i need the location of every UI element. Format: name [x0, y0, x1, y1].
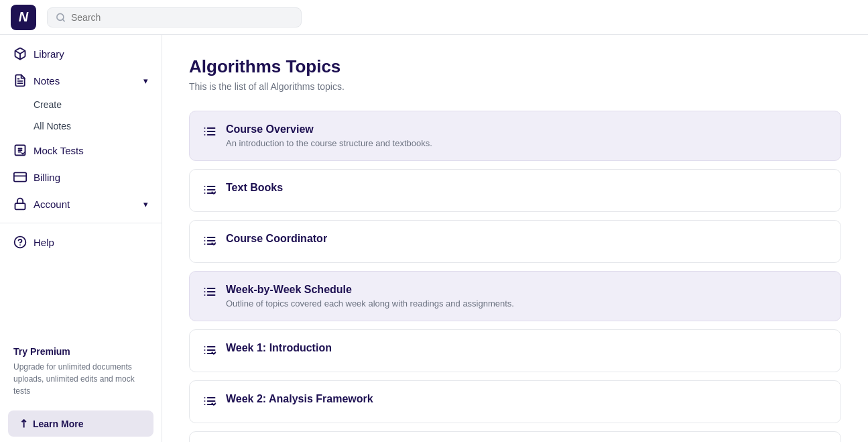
topic-title: Week-by-Week Schedule	[226, 284, 827, 296]
sidebar: Library Notes ▾ Create All Notes M	[0, 35, 162, 442]
sidebar-label-help: Help	[34, 237, 54, 248]
topic-title: Course Coordinator	[226, 233, 827, 245]
sidebar-label-mock-tests: Mock Tests	[34, 145, 84, 156]
search-icon	[56, 12, 66, 23]
topbar: N	[0, 0, 868, 35]
topic-item-week3[interactable]: Week 3: Recursive Algorithms	[189, 431, 841, 442]
topic-icon-list	[203, 285, 216, 301]
sidebar-label-notes: Notes	[34, 75, 60, 87]
main-layout: Library Notes ▾ Create All Notes M	[0, 35, 868, 442]
arrow-icon: ↗	[15, 416, 31, 431]
sidebar-sub-all-notes[interactable]: All Notes	[0, 115, 162, 137]
account-chevron-icon: ▾	[143, 199, 148, 209]
topic-title: Text Books	[226, 182, 827, 194]
topic-content: Course Coordinator	[226, 233, 827, 245]
topic-item-week2[interactable]: Week 2: Analysis Framework	[189, 380, 841, 423]
sidebar-item-notes[interactable]: Notes ▾	[0, 67, 162, 94]
billing-icon	[13, 170, 27, 184]
learn-more-label: Learn More	[33, 419, 83, 429]
topic-icon-doc-arrow	[203, 394, 216, 410]
topic-content: Text Books	[226, 182, 827, 194]
notes-icon	[13, 74, 27, 87]
topic-title: Week 2: Analysis Framework	[226, 393, 827, 405]
sidebar-item-mock-tests[interactable]: Mock Tests	[0, 137, 162, 164]
topic-icon-doc-arrow	[203, 234, 216, 250]
topic-content: Week 1: Introduction	[226, 342, 827, 354]
mock-tests-icon	[13, 144, 27, 157]
topic-icon-doc-arrow	[203, 343, 216, 360]
sidebar-sub-create[interactable]: Create	[0, 94, 162, 115]
account-icon	[13, 197, 27, 211]
page-subtitle: This is the list of all Algorithms topic…	[189, 81, 841, 92]
topics-list: Course Overview An introduction to the c…	[189, 111, 841, 442]
topic-desc: Outline of topics covered each week alon…	[226, 298, 827, 309]
topic-item-week1[interactable]: Week 1: Introduction	[189, 329, 841, 372]
topic-content: Course Overview An introduction to the c…	[226, 123, 827, 148]
topic-item-text-books[interactable]: Text Books	[189, 169, 841, 212]
logo-text: N	[19, 9, 28, 25]
sidebar-label-library: Library	[34, 48, 64, 60]
sidebar-item-help[interactable]: Help	[0, 229, 162, 256]
try-premium-text: Upgrade for unlimited documents uploads,…	[13, 361, 148, 397]
topic-desc: An introduction to the course structure …	[226, 138, 827, 148]
library-icon	[13, 47, 27, 60]
sidebar-item-billing[interactable]: Billing	[0, 164, 162, 190]
main-content: Algorithms Topics This is the list of al…	[162, 35, 868, 442]
topic-item-week-by-week[interactable]: Week-by-Week Schedule Outline of topics …	[189, 271, 841, 321]
svg-rect-9	[14, 172, 26, 181]
learn-more-button[interactable]: ↗ Learn More	[8, 410, 153, 437]
search-bar[interactable]	[47, 7, 302, 27]
topic-title: Course Overview	[226, 123, 827, 135]
sidebar-label-billing: Billing	[34, 172, 60, 183]
sidebar-divider	[0, 223, 162, 223]
sidebar-item-library[interactable]: Library	[0, 40, 162, 67]
page-title: Algorithms Topics	[189, 56, 841, 77]
try-premium-section: Try Premium Upgrade for unlimited docume…	[0, 335, 162, 408]
sidebar-label-account: Account	[34, 199, 70, 210]
topic-item-course-overview[interactable]: Course Overview An introduction to the c…	[189, 111, 841, 161]
svg-line-1	[62, 19, 64, 21]
topic-content: Week 2: Analysis Framework	[226, 393, 827, 405]
app-logo[interactable]: N	[11, 5, 36, 30]
topic-icon-list	[203, 125, 216, 141]
topic-content: Week-by-Week Schedule Outline of topics …	[226, 284, 827, 309]
try-premium-title: Try Premium	[13, 346, 148, 357]
search-input[interactable]	[71, 12, 293, 23]
topic-item-course-coordinator[interactable]: Course Coordinator	[189, 220, 841, 263]
svg-rect-11	[15, 203, 25, 209]
notes-chevron-icon: ▾	[143, 76, 148, 86]
sidebar-item-account[interactable]: Account ▾	[0, 190, 162, 217]
topic-title: Week 1: Introduction	[226, 342, 827, 354]
topic-icon-doc-arrow	[203, 183, 216, 199]
help-icon	[13, 235, 27, 249]
